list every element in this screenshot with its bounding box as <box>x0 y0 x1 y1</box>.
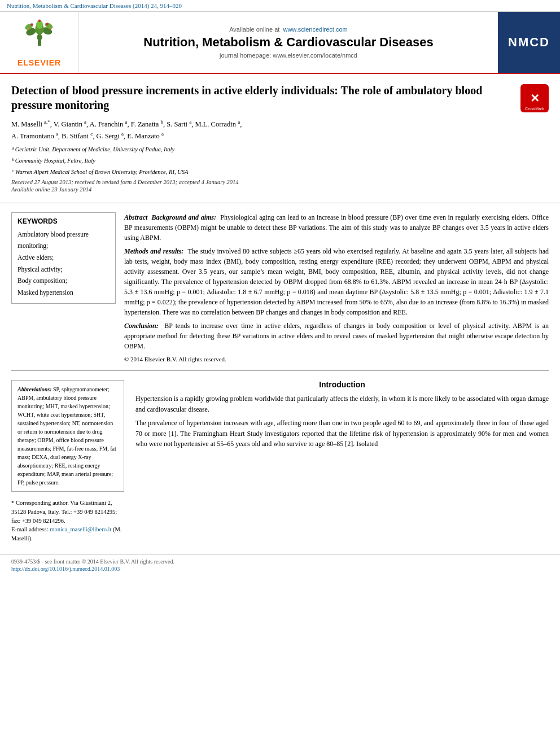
svg-point-12 <box>49 28 51 29</box>
keyword-5: Masked hypertension <box>18 287 110 299</box>
svg-point-11 <box>28 28 29 30</box>
title-crossmark-area: Detection of blood pressure increments i… <box>11 83 549 118</box>
abbrev-title: Abbreviations: <box>18 386 52 392</box>
abstract-label: Abstract <box>124 213 147 221</box>
svg-point-8 <box>30 23 33 26</box>
svg-text:✕: ✕ <box>530 92 540 104</box>
authors-line: M. Maselli a,*, V. Giantin a, A. Franchi… <box>11 118 549 142</box>
introduction-heading: Introduction <box>135 380 549 389</box>
keywords-box: KEYWORDS Ambulatory blood pressure monit… <box>11 212 116 304</box>
keywords-title: KEYWORDS <box>18 217 110 225</box>
abstract-methods: Methods and results: The study involved … <box>124 246 549 317</box>
header-divider <box>0 203 560 203</box>
introduction-text: Hypertension is a rapidly growing proble… <box>135 394 549 449</box>
introduction-section: Abbreviations: SP, sphygmomanometer; ABP… <box>0 380 560 543</box>
affiliation-c: ᶜ Warren Alpert Medical School of Brown … <box>11 168 549 177</box>
content-divider <box>11 370 549 371</box>
available-online-date: Available online 23 January 2014 <box>11 186 549 193</box>
affiliation-a: ᵃ Geriatric Unit, Department of Medicine… <box>11 145 549 154</box>
affiliation-b: ᵇ Community Hospital, Feltre, Italy <box>11 156 549 165</box>
abstract-conclusion: Conclusion: BP tends to increase over ti… <box>124 321 549 351</box>
svg-point-1 <box>37 34 42 41</box>
copyright-text: © 2014 Elsevier B.V. All rights reserved… <box>124 355 549 364</box>
left-notes: Abbreviations: SP, sphygmomanometer; ABP… <box>11 380 124 543</box>
keyword-2: Active elders; <box>18 252 110 264</box>
article-title: Detection of blood pressure increments i… <box>11 83 515 112</box>
nmcd-logo: NMCD <box>498 12 560 73</box>
abstract-section: Abstract Background and aims: Physiologi… <box>124 212 549 364</box>
abstract-column: Abstract Background and aims: Physiologi… <box>124 208 549 364</box>
journal-ref-text: Nutrition, Metabolism & Cardiovascular D… <box>7 2 182 9</box>
keyword-4: Body composition; <box>18 275 110 287</box>
elsevier-brand-text: ELSEVIER <box>18 58 61 67</box>
conclusion-text: BP tends to increase over time in active… <box>124 322 549 350</box>
introduction-content: Introduction Hypertension is a rapidly g… <box>135 380 549 543</box>
crossmark-badge[interactable]: ✕ CrossMark <box>520 84 549 112</box>
background-label: Background and aims: <box>152 213 217 221</box>
abbrev-text: SP, sphygmomanometer; ABPM, ambulatory b… <box>18 386 116 486</box>
methods-text: The study involved 80 active subjects ≥6… <box>124 247 549 316</box>
two-col-layout: Abbreviations: SP, sphygmomanometer; ABP… <box>11 380 549 543</box>
intro-para-1: Hypertension is a rapidly growing proble… <box>135 394 549 414</box>
svg-point-10 <box>38 20 41 23</box>
abbreviations-box: Abbreviations: SP, sphygmomanometer; ABP… <box>11 380 124 492</box>
article-header: Detection of blood pressure increments i… <box>0 74 560 198</box>
available-online-text: Available online at www.sciencedirect.co… <box>229 26 348 33</box>
footer-doi[interactable]: http://dx.doi.org/10.1016/j.numecd.2014.… <box>11 566 549 572</box>
journal-title-area: Available online at www.sciencedirect.co… <box>79 12 498 73</box>
journal-reference: Nutrition, Metabolism & Cardiovascular D… <box>0 0 560 12</box>
left-column: KEYWORDS Ambulatory blood pressure monit… <box>11 208 124 364</box>
footnotes-section: * Corresponding author. Via Giustiniani … <box>11 499 124 543</box>
conclusion-label: Conclusion: <box>124 322 159 330</box>
email-link[interactable]: monica_maselli@libero.it <box>50 526 111 532</box>
keyword-1: Ambulatory blood pressure monitoring; <box>18 229 110 252</box>
svg-point-9 <box>46 23 49 26</box>
corresponding-footnote: * Corresponding author. Via Giustiniani … <box>11 499 124 525</box>
keywords-list: Ambulatory blood pressure monitoring; Ac… <box>18 229 110 299</box>
journal-name: Nutrition, Metabolism & Cardiovascular D… <box>143 35 434 50</box>
intro-para-2: The prevalence of hypertension increases… <box>135 418 549 449</box>
svg-text:CrossMark: CrossMark <box>525 107 544 111</box>
elsevier-tree-image <box>8 18 71 57</box>
journal-header: ELSEVIER Available online at www.science… <box>0 12 560 74</box>
journal-homepage: journal homepage: www.elsevier.com/locat… <box>220 52 357 59</box>
received-dates: Received 27 August 2013; received in rev… <box>11 179 549 185</box>
main-content: KEYWORDS Ambulatory blood pressure monit… <box>0 208 560 364</box>
email-footnote: E-mail address: monica_maselli@libero.it… <box>11 525 124 543</box>
keyword-3: Physical activity; <box>18 264 110 276</box>
sciencedirect-link[interactable]: www.sciencedirect.com <box>283 26 347 33</box>
methods-label: Methods and results: <box>124 247 183 255</box>
footer-bar: 0939-4753/$ - see front matter © 2014 El… <box>0 554 560 575</box>
abstract-background: Abstract Background and aims: Physiologi… <box>124 212 549 243</box>
footer-issn: 0939-4753/$ - see front matter © 2014 El… <box>11 558 549 565</box>
elsevier-logo: ELSEVIER <box>0 12 79 73</box>
